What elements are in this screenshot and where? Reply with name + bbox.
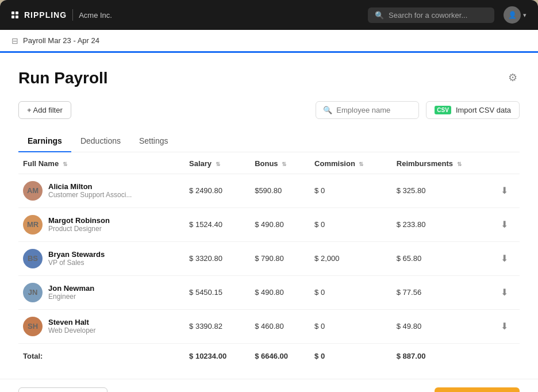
row-actions-cell: ⬇ bbox=[496, 241, 520, 275]
page-title: Run Payroll bbox=[18, 69, 108, 87]
csv-icon: CSV bbox=[435, 106, 451, 114]
avatar: JN bbox=[23, 283, 43, 302]
footer: Complete this later Preview Payroll bbox=[0, 379, 538, 393]
col-bonus: Bonus ⇅ bbox=[250, 152, 310, 174]
nav-divider bbox=[72, 9, 73, 21]
logo-area: RIPPLING Acme Inc. bbox=[11, 9, 112, 21]
reimbursements-cell: $ 325.80 bbox=[392, 174, 496, 207]
employee-cell: JN Jon Newman Engineer bbox=[18, 275, 185, 309]
salary-cell: $ 3390.82 bbox=[185, 309, 250, 343]
commission-cell: $ 0 bbox=[310, 309, 392, 343]
bonus-cell: $ 490.80 bbox=[250, 275, 310, 309]
import-csv-label: Import CSV data bbox=[456, 106, 511, 114]
row-actions-cell: ⬇ bbox=[496, 174, 520, 207]
toolbar: + Add filter 🔍 CSV Import CSV data bbox=[18, 101, 520, 119]
tab-bar: Earnings Deductions Settings bbox=[18, 130, 520, 152]
employee-name: Alicia Milton bbox=[48, 182, 132, 191]
page-header: Run Payroll ⚙ bbox=[18, 69, 520, 87]
avatar: MR bbox=[23, 215, 43, 235]
tab-earnings[interactable]: Earnings bbox=[18, 130, 71, 152]
col-commission: Commision ⇅ bbox=[310, 152, 392, 174]
totals-commission: $ 0 bbox=[310, 343, 392, 367]
totals-label: Total: bbox=[18, 343, 185, 367]
employee-role: Web Developer bbox=[48, 326, 96, 335]
preview-payroll-button[interactable]: Preview Payroll bbox=[435, 387, 520, 393]
search-placeholder: Search for a coworker... bbox=[389, 11, 467, 20]
company-name: Acme Inc. bbox=[79, 11, 112, 20]
commission-cell: $ 0 bbox=[310, 174, 392, 207]
employee-cell: BS Bryan Stewards VP of Sales bbox=[18, 241, 185, 275]
employee-name: Bryan Stewards bbox=[48, 250, 105, 259]
breadcrumb-text: Payroll Mar 23 - Apr 24 bbox=[23, 36, 99, 45]
reimbursements-cell: $ 77.56 bbox=[392, 275, 496, 309]
reimbursements-cell: $ 65.80 bbox=[392, 241, 496, 275]
commission-cell: $ 2,000 bbox=[310, 241, 392, 275]
import-csv-button[interactable]: CSV Import CSV data bbox=[426, 101, 520, 119]
employee-name: Jon Newman bbox=[48, 284, 94, 293]
download-icon[interactable]: ⬇ bbox=[501, 287, 508, 297]
bonus-cell: $ 790.80 bbox=[250, 241, 310, 275]
app-window: RIPPLING Acme Inc. 🔍 Search for a cowork… bbox=[0, 0, 538, 392]
table-row: BS Bryan Stewards VP of Sales $ 3320.80 … bbox=[18, 241, 520, 275]
sort-icon[interactable]: ⇅ bbox=[63, 161, 67, 167]
sort-icon[interactable]: ⇅ bbox=[282, 161, 286, 167]
row-actions-cell: ⬇ bbox=[496, 309, 520, 343]
table-row: MR Margot Robinson Product Designer $ 15… bbox=[18, 207, 520, 241]
salary-cell: $ 3320.80 bbox=[185, 241, 250, 275]
reimbursements-cell: $ 233.80 bbox=[392, 207, 496, 241]
col-salary: Salary ⇅ bbox=[185, 152, 250, 174]
download-icon[interactable]: ⬇ bbox=[501, 220, 508, 229]
bonus-cell: $ 490.80 bbox=[250, 207, 310, 241]
employee-role: Product Designer bbox=[48, 225, 110, 233]
sort-icon[interactable]: ⇅ bbox=[457, 161, 462, 167]
avatar: AM bbox=[23, 181, 43, 201]
salary-cell: $ 1524.40 bbox=[185, 207, 250, 241]
download-icon[interactable]: ⬇ bbox=[501, 186, 508, 195]
totals-reimbursements: $ 887.00 bbox=[392, 343, 496, 367]
employee-name: Margot Robinson bbox=[48, 216, 110, 225]
sort-icon[interactable]: ⇅ bbox=[216, 161, 220, 167]
employee-name-search[interactable]: 🔍 bbox=[316, 101, 419, 119]
employee-role: Engineer bbox=[48, 293, 94, 301]
bonus-cell: $ 460.80 bbox=[250, 309, 310, 343]
col-actions bbox=[496, 152, 520, 174]
employee-cell: MR Margot Robinson Product Designer bbox=[18, 207, 185, 241]
commission-cell: $ 0 bbox=[310, 207, 392, 241]
download-icon[interactable]: ⬇ bbox=[501, 321, 508, 331]
complete-later-button[interactable]: Complete this later bbox=[18, 387, 107, 393]
commission-cell: $ 0 bbox=[310, 275, 392, 309]
main-content: Run Payroll ⚙ + Add filter 🔍 CSV Import … bbox=[0, 53, 538, 379]
reimbursements-cell: $ 49.80 bbox=[392, 309, 496, 343]
breadcrumb-bar: ⊟ Payroll Mar 23 - Apr 24 bbox=[0, 30, 538, 53]
employee-cell: AM Alicia Milton Customer Support Associ… bbox=[18, 174, 185, 207]
salary-cell: $ 5450.15 bbox=[185, 275, 250, 309]
chevron-down-icon: ▾ bbox=[523, 11, 527, 19]
employee-cell: SH Steven Halt Web Developer bbox=[18, 309, 185, 343]
totals-bonus: $ 6646.00 bbox=[250, 343, 310, 367]
totals-row: Total: $ 10234.00 $ 6646.00 $ 0 $ 887.00 bbox=[18, 343, 520, 367]
employee-search-input[interactable] bbox=[336, 106, 412, 114]
payroll-table: Full Name ⇅ Salary ⇅ Bonus ⇅ Commision ⇅… bbox=[18, 152, 520, 367]
user-avatar-menu[interactable]: 👤 ▾ bbox=[504, 6, 527, 24]
employee-role: Customer Support Associ... bbox=[48, 191, 132, 199]
sort-icon[interactable]: ⇅ bbox=[359, 161, 363, 167]
table-row: AM Alicia Milton Customer Support Associ… bbox=[18, 174, 520, 207]
totals-salary: $ 10234.00 bbox=[185, 343, 250, 367]
global-search[interactable]: 🔍 Search for a coworker... bbox=[368, 7, 494, 23]
tab-deductions[interactable]: Deductions bbox=[71, 130, 130, 152]
totals-actions bbox=[496, 343, 520, 367]
table-row: SH Steven Halt Web Developer $ 3390.82 $… bbox=[18, 309, 520, 343]
employee-role: VP of Sales bbox=[48, 259, 105, 267]
settings-gear-button[interactable]: ⚙ bbox=[506, 69, 520, 86]
download-icon[interactable]: ⬇ bbox=[501, 253, 508, 263]
search-icon: 🔍 bbox=[323, 106, 332, 114]
table-row: JN Jon Newman Engineer $ 5450.15 $ 490.8… bbox=[18, 275, 520, 309]
add-filter-button[interactable]: + Add filter bbox=[18, 101, 71, 119]
tab-settings[interactable]: Settings bbox=[130, 130, 178, 152]
avatar: BS bbox=[23, 249, 43, 268]
user-avatar: 👤 bbox=[504, 6, 521, 24]
row-actions-cell: ⬇ bbox=[496, 207, 520, 241]
bonus-cell: $590.80 bbox=[250, 174, 310, 207]
row-actions-cell: ⬇ bbox=[496, 275, 520, 309]
rippling-icon bbox=[11, 11, 18, 18]
